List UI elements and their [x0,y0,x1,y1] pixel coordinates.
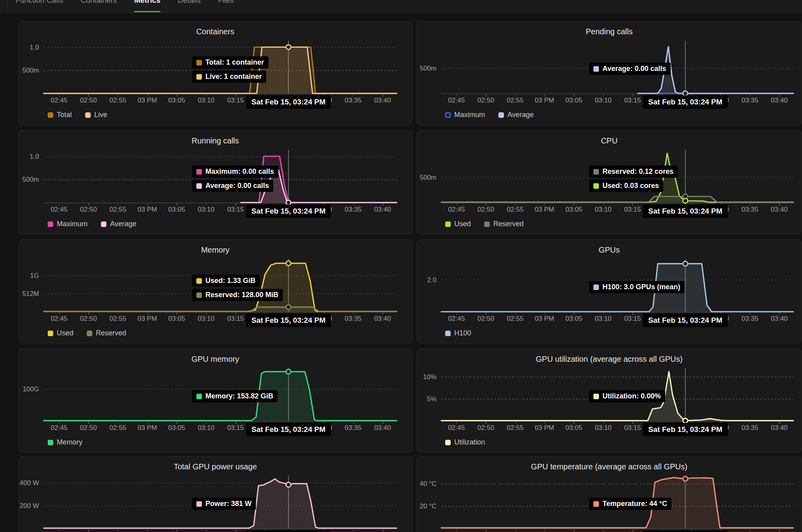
tooltip-swatch [593,285,599,290]
tab-containers[interactable]: Containers [80,0,117,5]
x-axis-label: 02:55 [507,424,524,432]
tab-metrics[interactable]: Metrics [134,0,160,5]
chart-title: GPUs [417,246,801,255]
x-axis-label: 02:50 [80,424,97,432]
hover-marker [286,305,291,309]
tooltip-label: Average: 0.00 calls [602,65,666,73]
chart-tooltip: Average: 0.00 calls [589,63,670,75]
legend-item-reserved[interactable]: Reserved [484,220,524,228]
y-axis-label: 1.0 [19,153,39,161]
y-axis-label: 400 W [19,479,39,487]
crosshair-date-tooltip: Sat Feb 15, 03:24 PM [643,205,728,218]
crosshair-date-tooltip: Sat Feb 15, 03:24 PM [643,530,728,532]
x-axis-label: 02:50 [80,206,97,214]
metric-card-3: Running calls1.0500m02:4502:5002:5503 PM… [19,130,412,234]
tab-files[interactable]: Files [218,0,234,5]
x-axis-label: 03:10 [595,315,612,323]
tooltip-swatch [196,183,202,189]
x-axis-label: 02:50 [477,97,494,104]
x-axis-label: 03:40 [771,206,788,214]
x-axis-label: 02:50 [80,315,97,323]
legend-item-live[interactable]: Live [85,111,107,119]
active-tab-underline [134,11,160,12]
tooltip-label: H100: 3.0 GPUs (mean) [602,283,680,291]
tooltip-row: Maximum: 0.00 calls [192,166,278,178]
series-line-reserved [44,307,397,311]
chart-tooltip: Memory: 153.82 GiB [192,390,278,402]
y-axis-label: 40 °C [417,480,436,488]
legend-item-utilization[interactable]: Utilization [445,438,485,446]
y-axis-label: 2.0 [417,276,436,284]
chart-tooltip: Utilization: 0.00% [589,390,665,402]
crosshair-date-tooltip: Sat Feb 15, 03:24 PM [643,95,728,109]
chart-legend: MaximumAverage [445,111,534,119]
x-axis-label: 03:40 [374,97,391,104]
legend-swatch-reserved [87,331,92,336]
tooltip-swatch [593,394,599,399]
x-axis-label: 02:55 [507,97,524,104]
x-axis-label: 02:45 [448,206,465,214]
y-axis-label: 100G [19,385,39,393]
chart-tooltip: Used: 1.33 GiBReserved: 128.00 MiB [192,275,283,301]
tooltip-row: Used: 1.33 GiB [192,275,260,287]
x-axis-label: 03:05 [168,206,185,214]
tooltip-swatch [593,501,599,507]
tooltip-row: Reserved: 128.00 MiB [192,289,283,301]
x-axis-label: 02:50 [477,315,494,323]
crosshair-date-tooltip: Sat Feb 15, 03:24 PM [643,423,728,436]
tooltip-row: Average: 0.00 calls [192,180,273,192]
tab-details[interactable]: Details [178,0,201,5]
y-axis-label: 10% [417,373,436,381]
tab-list: Function Calls Containers Metrics Detail… [16,0,234,5]
metric-card-4: CPU500m02:4502:5002:5503 PM03:0503:1003:… [417,130,802,234]
tooltip-row: H100: 3.0 GPUs (mean) [589,281,684,293]
x-axis-label: 03:15 [227,97,244,104]
x-axis-label: 03:40 [374,424,391,432]
legend-label: Reserved [493,220,524,228]
x-axis-label: 03 PM [138,315,157,323]
tooltip-swatch [593,183,599,189]
legend-item-average[interactable]: Average [101,220,136,228]
x-axis-label: 03:40 [771,97,788,104]
crosshair-date-tooltip: Sat Feb 15, 03:24 PM [246,205,331,218]
tooltip-label: Maximum: 0.00 calls [205,167,274,176]
x-axis-label: 02:45 [448,424,465,432]
legend-item-average[interactable]: Average [498,111,534,119]
y-axis-label: 200 W [19,502,39,510]
x-axis-label: 03:35 [345,315,362,323]
tooltip-swatch [196,60,202,65]
crosshair-date-tooltip: Sat Feb 15, 03:24 PM [246,423,331,436]
legend-item-total[interactable]: Total [48,111,72,119]
x-axis-label: 02:45 [448,315,465,323]
legend-item-used[interactable]: Used [445,220,471,228]
chart-legend: UsedReserved [445,220,524,228]
tab-bar: Function Calls Containers Metrics Detail… [0,0,802,13]
legend-item-maximum[interactable]: Maximum [445,111,485,119]
x-axis-label: 03:10 [595,424,612,432]
chart-legend: UsedReserved [48,329,126,337]
x-axis-label: 03 PM [535,315,554,323]
x-axis-label: 02:55 [110,424,127,432]
chart-tooltip: Temperature: 44 °C [589,498,671,510]
legend-label: Average [507,111,534,119]
chart-legend: TotalLive [48,111,107,119]
tooltip-row: Power: 381 W [192,498,256,510]
chart-title: CPU [417,136,801,145]
metric-card-9: Total GPU power usage400 W200 W02:4502:5… [19,456,412,532]
hover-marker [683,418,688,423]
tooltip-swatch [196,292,202,298]
x-axis-label: 03:40 [771,315,788,323]
x-axis-label: 03:40 [374,206,391,214]
legend-item-h100[interactable]: H100 [445,329,471,337]
legend-item-maximum[interactable]: Maximum [48,220,88,228]
legend-item-memory[interactable]: Memory [48,438,82,446]
legend-label: Maximum [57,220,88,228]
legend-item-reserved[interactable]: Reserved [87,329,126,337]
x-axis-label: 02:55 [507,315,524,323]
tooltip-swatch [196,394,202,399]
tab-function-calls[interactable]: Function Calls [16,0,63,5]
tooltip-row: Total: 1 container [192,56,269,69]
tooltip-row: Temperature: 44 °C [589,498,671,510]
legend-item-used[interactable]: Used [48,329,73,337]
content-left-border [7,0,7,13]
